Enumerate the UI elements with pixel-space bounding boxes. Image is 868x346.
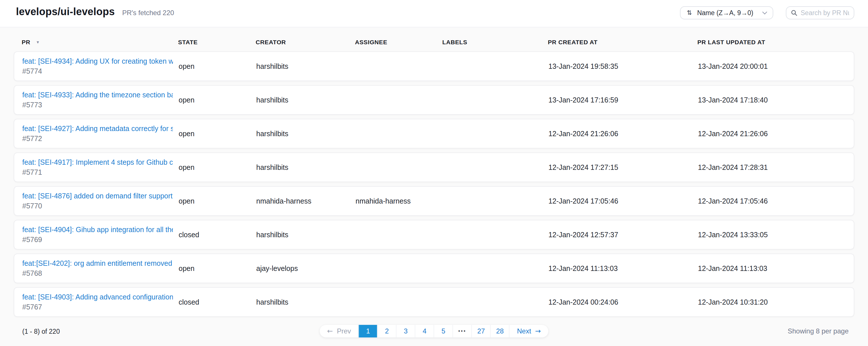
- pr-title-cell: feat: [SEI-4903]: Adding advanced config…: [22, 293, 179, 311]
- column-header-updated: PR LAST UPDATED AT: [698, 39, 854, 46]
- pr-number: #5771: [22, 168, 173, 176]
- prev-page-button[interactable]: ← Prev: [320, 325, 359, 338]
- updated-at-cell: 13-Jan-2024 20:00:01: [698, 62, 854, 70]
- title-group: levelops/ui-levelops PR's fetched 220: [16, 6, 174, 18]
- table-area: PR▾ STATE CREATOR ASSIGNEE LABELS PR CRE…: [0, 36, 868, 339]
- table-row: feat: [SEI-4876] added on demand filter …: [14, 186, 854, 216]
- header-controls: ⇅ Name (Z→A, 9→0): [680, 6, 854, 20]
- page-button-28[interactable]: 28: [490, 325, 509, 338]
- search-input[interactable]: [801, 9, 849, 17]
- right-arrow-icon: →: [535, 328, 541, 335]
- updated-at-cell: 12-Jan-2024 21:26:06: [698, 129, 854, 138]
- state-cell: open: [179, 96, 256, 104]
- created-at-cell: 12-Jan-2024 17:27:15: [549, 163, 698, 172]
- state-cell: open: [179, 197, 256, 205]
- assignee-cell: nmahida-harness: [355, 197, 443, 205]
- creator-cell: harshilbits: [256, 163, 355, 172]
- created-at-cell: 12-Jan-2024 21:26:06: [549, 129, 698, 138]
- table-row: feat: [SEI-4903]: Adding advanced config…: [14, 287, 854, 317]
- page-button-27[interactable]: 27: [471, 325, 490, 338]
- pr-title-link[interactable]: feat: [SEI-4903]: Adding advanced config…: [22, 293, 173, 301]
- pr-number: #5773: [22, 101, 173, 109]
- chevron-down-icon: [763, 10, 767, 15]
- sort-caret-icon: ▾: [36, 39, 39, 45]
- created-at-cell: 12-Jan-2024 11:13:03: [549, 264, 698, 272]
- pr-title-link[interactable]: feat:[SEI-4202]: org admin entitlement r…: [22, 259, 173, 267]
- pr-title-cell: feat:[SEI-4202]: org admin entitlement r…: [22, 259, 179, 278]
- pr-title-link[interactable]: feat: [SEI-4904]: Gihub app integration …: [22, 226, 173, 234]
- updated-at-cell: 13-Jan-2024 17:18:40: [698, 96, 854, 104]
- pr-title-link[interactable]: feat: [SEI-4927]: Adding metadata correc…: [22, 124, 173, 133]
- top-header-bar: levelops/ui-levelops PR's fetched 220 ⇅ …: [0, 0, 868, 27]
- column-header-assignee: ASSIGNEE: [355, 39, 442, 46]
- page-button-5[interactable]: 5: [434, 325, 453, 338]
- column-header-state: STATE: [178, 39, 256, 46]
- pr-number: #5774: [22, 67, 173, 75]
- left-arrow-icon: ←: [327, 328, 333, 335]
- creator-cell: ajay-levelops: [256, 264, 355, 272]
- creator-cell: harshilbits: [256, 129, 355, 138]
- state-cell: closed: [179, 298, 256, 306]
- state-cell: open: [179, 264, 256, 272]
- page-button-2[interactable]: 2: [377, 325, 396, 338]
- table-row: feat: [SEI-4917]: Implement 4 steps for …: [14, 152, 854, 182]
- pr-title-cell: feat: [SEI-4934]: Adding UX for creating…: [22, 57, 179, 75]
- per-page-indicator: Showing 8 per page: [788, 327, 849, 335]
- updated-at-cell: 12-Jan-2024 17:05:46: [698, 197, 854, 205]
- creator-cell: harshilbits: [256, 62, 355, 70]
- creator-cell: harshilbits: [256, 231, 355, 239]
- pr-number: #5772: [22, 135, 173, 143]
- creator-cell: nmahida-harness: [256, 197, 355, 205]
- table-row: feat: [SEI-4933]: Adding the timezone se…: [14, 85, 854, 115]
- pr-title-cell: feat: [SEI-4917]: Implement 4 steps for …: [22, 158, 179, 176]
- updated-at-cell: 12-Jan-2024 10:31:20: [698, 298, 854, 306]
- pr-title-link[interactable]: feat: [SEI-4876] added on demand filter …: [22, 192, 173, 200]
- table-row: feat: [SEI-4904]: Gihub app integration …: [14, 220, 854, 250]
- pagination: ← Prev 1 2 3 4 5 ••• 27 28 Next →: [320, 325, 549, 338]
- page-button-1[interactable]: 1: [359, 325, 377, 338]
- search-icon: [791, 10, 797, 16]
- updated-at-cell: 12-Jan-2024 11:13:03: [698, 264, 854, 272]
- table-row: feat: [SEI-4934]: Adding UX for creating…: [14, 51, 854, 81]
- pr-title-cell: feat: [SEI-4933]: Adding the timezone se…: [22, 91, 179, 109]
- column-header-created: PR CREATED AT: [548, 39, 698, 46]
- pr-number: #5770: [22, 202, 173, 210]
- prev-label: Prev: [337, 327, 351, 335]
- state-cell: closed: [179, 231, 256, 239]
- updated-at-cell: 12-Jan-2024 13:33:05: [698, 231, 854, 239]
- page-title: levelops/ui-levelops: [16, 6, 115, 18]
- pr-title-link[interactable]: feat: [SEI-4917]: Implement 4 steps for …: [22, 158, 173, 167]
- created-at-cell: 12-Jan-2024 00:24:06: [549, 298, 698, 306]
- state-cell: open: [179, 62, 256, 70]
- pr-number: #5769: [22, 235, 173, 244]
- state-cell: open: [179, 129, 256, 138]
- creator-cell: harshilbits: [256, 96, 355, 104]
- table-row: feat: [SEI-4927]: Adding metadata correc…: [14, 119, 854, 148]
- creator-cell: harshilbits: [256, 298, 355, 306]
- column-header-pr[interactable]: PR▾: [22, 39, 178, 46]
- pr-fetched-count: PR's fetched 220: [122, 9, 174, 17]
- pr-number: #5767: [22, 303, 173, 311]
- sort-dropdown[interactable]: ⇅ Name (Z→A, 9→0): [680, 6, 773, 20]
- page-button-4[interactable]: 4: [415, 325, 434, 338]
- pr-title-link[interactable]: feat: [SEI-4933]: Adding the timezone se…: [22, 91, 173, 99]
- pr-list: feat: [SEI-4934]: Adding UX for creating…: [0, 51, 868, 317]
- updated-at-cell: 12-Jan-2024 17:28:31: [698, 163, 854, 172]
- created-at-cell: 12-Jan-2024 17:05:46: [549, 197, 698, 205]
- created-at-cell: 13-Jan-2024 17:16:59: [549, 96, 698, 104]
- sort-up-down-icon: ⇅: [687, 10, 692, 16]
- search-container: [786, 6, 854, 20]
- table-header-row: PR▾ STATE CREATOR ASSIGNEE LABELS PR CRE…: [14, 36, 854, 48]
- page-button-3[interactable]: 3: [396, 325, 415, 338]
- table-row: feat:[SEI-4202]: org admin entitlement r…: [14, 254, 854, 283]
- next-page-button[interactable]: Next →: [509, 325, 548, 338]
- pr-title-cell: feat: [SEI-4927]: Adding metadata correc…: [22, 124, 179, 143]
- created-at-cell: 12-Jan-2024 12:57:37: [549, 231, 698, 239]
- pr-title-cell: feat: [SEI-4876] added on demand filter …: [22, 192, 179, 210]
- pr-title-cell: feat: [SEI-4904]: Gihub app integration …: [22, 226, 179, 244]
- results-range: (1 - 8) of 220: [22, 328, 60, 336]
- pagination-ellipsis[interactable]: •••: [453, 325, 471, 338]
- pr-title-link[interactable]: feat: [SEI-4934]: Adding UX for creating…: [22, 57, 173, 65]
- sort-selected-value: Name (Z→A, 9→0): [697, 9, 753, 17]
- state-cell: open: [179, 163, 256, 172]
